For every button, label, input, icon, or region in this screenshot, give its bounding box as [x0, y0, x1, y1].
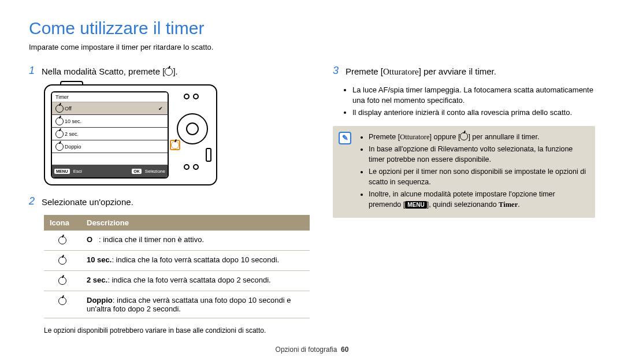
lcd-title: Timer [52, 92, 168, 102]
lcd-row-10s: 10 sec. [52, 115, 168, 128]
step-2: 2 Selezionate un'opzione. [29, 196, 310, 208]
step-number: 3 [333, 65, 341, 78]
menu-tag: MENU [405, 201, 426, 209]
timer-off-icon [58, 236, 66, 244]
step-1: 1 Nella modalità Scatto, premete []. [29, 65, 310, 77]
timer-10-icon [58, 257, 66, 265]
lcd-row-off: Off [52, 102, 168, 115]
timer-10-icon [55, 117, 64, 125]
row-desc: : indica che verrà scattata una foto dop… [87, 296, 291, 313]
note-item: In base all'opzione di Rilevamento volto… [369, 144, 587, 165]
step-1-text-before: Nella modalità Scatto, premete [ [42, 66, 165, 76]
timer-icon [460, 132, 468, 140]
timer-2-icon [55, 130, 64, 138]
table-footnote: Le opzioni disponibili potrebbero variar… [44, 326, 310, 335]
timer-double-icon [55, 143, 64, 151]
row-strong: 10 sec. [87, 255, 112, 264]
camera-top-buttons [184, 94, 199, 99]
table-row: O : indica che il timer non è attivo. [44, 231, 310, 251]
lcd-row-label: Off [65, 106, 72, 112]
page-number: 60 [341, 346, 348, 354]
table-row: 2 sec.: indica che la foto verrà scattat… [44, 271, 310, 291]
th-icon: Icona [44, 215, 81, 231]
step-3-bullets: La luce AF/spia timer lampeggia. La foto… [333, 85, 595, 118]
lcd-footer-exit: Esci [73, 169, 82, 174]
shutter-label: Otturatore [383, 67, 419, 76]
lcd-row-label: 2 sec. [65, 131, 79, 137]
t: Premete [ [369, 133, 400, 141]
note-item: Inoltre, in alcune modalità potete impos… [369, 189, 587, 210]
step-3: 3 Premete [Otturatore] per avviare il ti… [333, 65, 595, 78]
step-1-text: Nella modalità Scatto, premete []. [42, 65, 178, 77]
t: ], quindi selezionando [427, 200, 499, 209]
timer-2-icon [58, 277, 66, 285]
step-2-text: Selezionate un'opzione. [42, 196, 133, 208]
table-row: Doppio: indica che verrà scattata una fo… [44, 291, 310, 318]
timer-off-icon [55, 105, 64, 113]
row-strong: O [87, 235, 99, 244]
t: ] oppure [ [430, 133, 460, 141]
shutter-label: Otturatore [400, 133, 429, 141]
camera-bottom-buttons [184, 164, 199, 170]
note-item: Premete [Otturatore] oppure [] per annul… [369, 132, 587, 142]
timer-word: Timer [499, 200, 518, 209]
row-desc: : indica che il timer non è attivo. [99, 235, 204, 244]
list-item: Il display anteriore inizierà il conto a… [352, 107, 595, 118]
lcd-row-doppio: Doppio [52, 140, 168, 153]
camera-dpad [177, 113, 208, 144]
t: ] per annullare il timer. [468, 133, 539, 141]
step-number: 2 [29, 196, 37, 208]
lcd-row-label: Doppio [65, 144, 81, 150]
note-box: ✎ Premete [Otturatore] oppure [] per ann… [333, 126, 595, 218]
highlight-right-button [170, 140, 180, 150]
row-desc: : indica che la foto verrà scattata dopo… [107, 276, 271, 284]
lcd-row-2s: 2 sec. [52, 128, 168, 140]
options-table: Icona Descrizione O : indica che il time… [44, 215, 310, 318]
row-strong: Doppio [87, 296, 113, 304]
t: Premete [ [346, 66, 383, 76]
row-strong: 2 sec. [87, 276, 107, 284]
timer-icon [171, 141, 179, 149]
timer-icon [165, 68, 173, 76]
note-icon: ✎ [339, 132, 351, 144]
lcd-row-label: 10 sec. [65, 118, 81, 124]
footer-section: Opzioni di fotografia [276, 346, 337, 354]
note-item: Le opzioni per il timer non sono disponi… [369, 166, 587, 187]
step-number: 1 [29, 65, 37, 77]
th-desc: Descrizione [81, 215, 310, 231]
camera-side-control [206, 148, 211, 162]
page-title: Come utilizzare il timer [29, 18, 595, 38]
step-1-text-after: ]. [173, 66, 177, 76]
t: ] per avviare il timer. [419, 66, 496, 76]
t: . [518, 200, 519, 209]
step-3-text: Premete [Otturatore] per avviare il time… [346, 65, 496, 78]
timer-double-icon [58, 297, 66, 305]
camera-illustration: Timer Off 10 sec. 2 sec. Doppio MENU Esc… [44, 84, 310, 185]
row-desc: : indica che la foto verrà scattata dopo… [112, 255, 279, 264]
list-item: La luce AF/spia timer lampeggia. La foto… [352, 85, 595, 105]
table-row: 10 sec.: indica che la foto verrà scatta… [44, 251, 310, 271]
menu-tag: MENU [54, 169, 70, 174]
lcd-footer-select: Selezione [145, 169, 165, 174]
lcd-footer: MENU Esci OK Selezione [52, 165, 168, 177]
page-footer: Opzioni di fotografia 60 [0, 346, 624, 354]
page-subtitle: Imparate come impostare il timer per rit… [29, 43, 595, 51]
ok-tag: OK [132, 169, 142, 174]
